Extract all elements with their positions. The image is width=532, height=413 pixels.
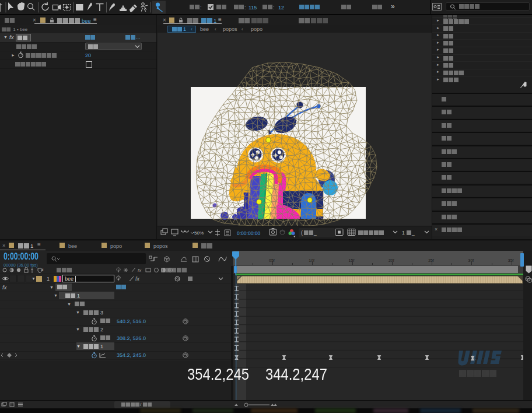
svg-text:fx: fx [138, 268, 142, 273]
svg-text:fx: fx [135, 276, 140, 282]
